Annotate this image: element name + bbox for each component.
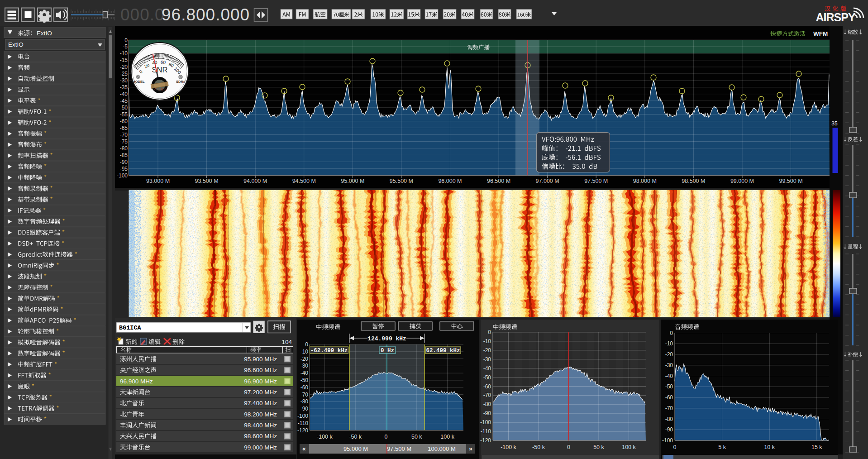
svg-text:-45: -45	[120, 98, 128, 104]
svg-text:0: 0	[305, 341, 308, 348]
svg-text:100.000 M: 100.000 M	[428, 445, 455, 452]
svg-text:-15: -15	[120, 57, 128, 63]
svg-text:-80: -80	[483, 401, 491, 407]
svg-text:-90: -90	[483, 410, 491, 416]
svg-text:35: 35	[831, 120, 838, 127]
svg-text:-90: -90	[665, 426, 673, 433]
svg-text:-55: -55	[120, 111, 128, 118]
svg-text:SNR: SNR	[152, 66, 168, 74]
svg-text:98.000 M: 98.000 M	[633, 178, 657, 184]
svg-text:97.500 M: 97.500 M	[387, 445, 411, 452]
svg-text:104: 104	[281, 339, 292, 345]
svg-text:97.500 M: 97.500 M	[584, 178, 608, 184]
svg-text:98.500 M: 98.500 M	[682, 178, 705, 184]
svg-text:93.500 M: 93.500 M	[195, 178, 219, 184]
svg-text:-90: -90	[120, 159, 128, 165]
svg-text:96.000 M: 96.000 M	[438, 178, 462, 184]
svg-text:-50: -50	[120, 105, 128, 111]
svg-text:95.500 M: 95.500 M	[390, 178, 413, 184]
svg-text:5 k: 5 k	[718, 444, 726, 450]
svg-text:-60: -60	[665, 394, 673, 401]
svg-text:-20: -20	[300, 356, 309, 362]
svg-text:-95: -95	[120, 166, 128, 172]
svg-text:50 k: 50 k	[411, 434, 422, 440]
svg-text:-35: -35	[120, 84, 128, 91]
svg-text:-30: -30	[300, 363, 309, 369]
svg-text:96.800.000: 96.800.000	[162, 5, 250, 24]
svg-text:-30: -30	[665, 362, 673, 368]
svg-text:-70: -70	[300, 392, 309, 398]
svg-text:0: 0	[567, 444, 570, 450]
svg-text:AIRSPY: AIRSPY	[816, 11, 855, 24]
svg-text:-40: -40	[483, 365, 491, 372]
svg-text:-100 k: -100 k	[501, 444, 516, 450]
svg-text:ExtIO: ExtIO	[8, 41, 24, 48]
svg-text:100 k: 100 k	[440, 434, 454, 440]
svg-text:-40: -40	[120, 91, 128, 97]
svg-text:96.600 MHz: 96.600 MHz	[244, 367, 277, 373]
svg-text:MODEL: MODEL	[132, 80, 145, 84]
svg-text:-110: -110	[481, 428, 491, 435]
svg-text:0 Hz: 0 Hz	[381, 348, 394, 354]
svg-text:96.900 MHz: 96.900 MHz	[120, 378, 153, 385]
svg-text:15 k: 15 k	[811, 444, 822, 450]
svg-text:-70: -70	[120, 132, 128, 138]
svg-text:-20: -20	[665, 351, 673, 358]
svg-text:ExtIO: ExtIO	[37, 30, 52, 37]
svg-text:99.500 M: 99.500 M	[779, 178, 802, 184]
svg-text:-50: -50	[300, 377, 309, 383]
svg-text:-100: -100	[117, 172, 128, 179]
svg-text:-100: -100	[297, 413, 308, 419]
svg-text:60: 60	[160, 59, 166, 65]
svg-text:97.400 MHz: 97.400 MHz	[244, 400, 277, 406]
svg-text:-110: -110	[298, 420, 308, 426]
svg-text:«: «	[302, 445, 306, 452]
svg-text:-80: -80	[300, 398, 309, 405]
svg-text:95.000 M: 95.000 M	[341, 178, 364, 184]
svg-text:95.900 MHz: 95.900 MHz	[244, 356, 277, 363]
svg-text:-75: -75	[120, 139, 128, 145]
svg-text:95.000 M: 95.000 M	[343, 445, 368, 452]
svg-text:000.0: 000.0	[120, 5, 165, 24]
svg-text:-80: -80	[120, 145, 128, 152]
svg-text:0: 0	[488, 329, 491, 335]
svg-text:0: 0	[670, 330, 673, 336]
svg-text:98.200 MHz: 98.200 MHz	[244, 411, 277, 418]
svg-text:-60: -60	[483, 383, 491, 390]
svg-text:-30: -30	[483, 356, 491, 363]
svg-text:98.400 MHz: 98.400 MHz	[244, 422, 277, 429]
svg-text:-120: -120	[480, 437, 491, 444]
svg-text:-20: -20	[483, 347, 491, 354]
svg-text:-62.499 kHz: -62.499 kHz	[310, 348, 348, 354]
svg-text:-50 k: -50 k	[532, 444, 545, 450]
svg-text:-85: -85	[120, 152, 128, 158]
svg-text:WFM: WFM	[813, 30, 828, 37]
svg-text:97.000 M: 97.000 M	[536, 178, 559, 184]
svg-text:98.600 MHz: 98.600 MHz	[244, 433, 277, 440]
svg-text:-25: -25	[120, 71, 128, 77]
svg-text:SDR#: SDR#	[176, 80, 186, 84]
svg-text:-20: -20	[120, 64, 128, 70]
svg-text:50 k: 50 k	[593, 444, 604, 450]
svg-text:-65: -65	[120, 125, 128, 131]
svg-text:-50 k: -50 k	[349, 434, 362, 440]
svg-text:-50: -50	[665, 383, 673, 390]
svg-text:99.000 M: 99.000 M	[730, 178, 754, 184]
svg-text:96.900 MHz: 96.900 MHz	[244, 378, 277, 385]
svg-text:-70: -70	[665, 405, 673, 411]
svg-text:-10: -10	[300, 349, 309, 355]
svg-text:94.500 M: 94.500 M	[292, 178, 316, 184]
svg-text:-60: -60	[300, 384, 309, 391]
svg-text:99.000 MHz: 99.000 MHz	[244, 444, 277, 451]
svg-text:96.500 M: 96.500 M	[487, 178, 510, 184]
svg-text:-100 k: -100 k	[317, 434, 333, 440]
svg-text:0: 0	[673, 444, 677, 450]
svg-text:-10: -10	[483, 338, 491, 344]
svg-text:100 k: 100 k	[622, 444, 636, 450]
svg-text:-80: -80	[665, 416, 673, 422]
svg-text:-10: -10	[665, 340, 673, 347]
svg-text:0: 0	[385, 434, 388, 440]
svg-text:10 k: 10 k	[764, 444, 775, 450]
svg-text:-40: -40	[665, 373, 673, 379]
svg-text:-5: -5	[123, 43, 128, 50]
